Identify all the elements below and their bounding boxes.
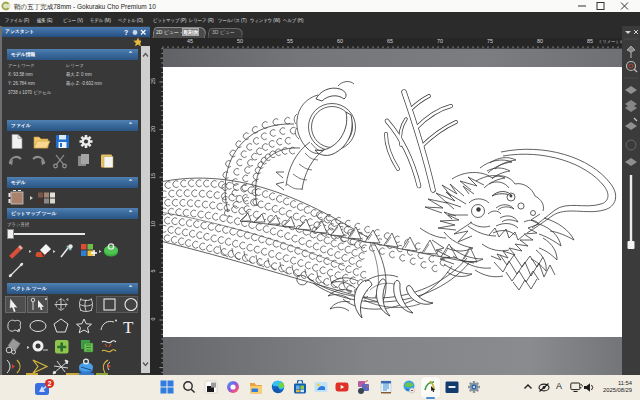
svg-text:60: 60 (337, 38, 343, 44)
svg-text:5: 5 (150, 270, 156, 273)
svg-text:0: 0 (150, 318, 156, 321)
svg-text:75: 75 (487, 38, 493, 44)
svg-text:50: 50 (237, 38, 243, 44)
svg-text:85: 85 (587, 38, 593, 44)
svg-text:15: 15 (150, 173, 156, 179)
svg-text:45: 45 (187, 38, 193, 44)
svg-text:T: T (123, 318, 134, 336)
svg-text:65: 65 (387, 38, 393, 44)
svg-text:10: 10 (150, 221, 156, 227)
svg-text:25: 25 (150, 78, 156, 84)
svg-text:80: 80 (537, 38, 543, 44)
svg-text:20: 20 (150, 126, 156, 132)
svg-text:70: 70 (437, 38, 443, 44)
svg-text:ミリメートル: ミリメートル (598, 39, 624, 44)
svg-text:55: 55 (287, 38, 293, 44)
svg-text:?: ? (124, 29, 128, 36)
svg-text:2: 2 (48, 380, 52, 387)
